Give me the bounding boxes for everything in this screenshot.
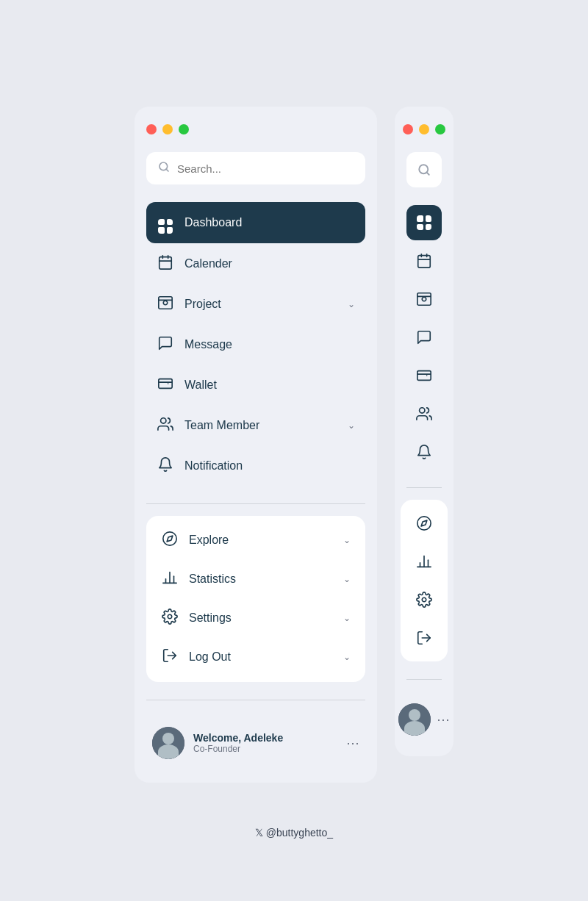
narrow-message[interactable]: [406, 320, 442, 355]
svg-point-10: [161, 418, 166, 423]
narrow-traffic-lights: [403, 121, 445, 137]
narrow-user-menu[interactable]: ⋯: [437, 711, 450, 728]
svg-rect-28: [417, 371, 431, 381]
narrow-logout[interactable]: [406, 620, 442, 656]
dashboard-icon: [157, 212, 174, 234]
search-icon: [158, 161, 170, 176]
svg-point-36: [422, 598, 426, 603]
narrow-traffic-red[interactable]: [403, 124, 413, 134]
narrow-footer-divider: [406, 679, 442, 680]
narrow-dashboard[interactable]: [406, 205, 442, 240]
explore-icon: [161, 531, 179, 550]
svg-rect-25: [417, 293, 431, 306]
search-container[interactable]: [146, 152, 365, 184]
user-menu-button[interactable]: ⋯: [346, 735, 359, 751]
narrow-team[interactable]: [406, 396, 442, 431]
team-icon: [157, 416, 174, 436]
sidebar-item-explore[interactable]: Explore ⌄: [152, 522, 359, 559]
svg-point-17: [168, 614, 172, 619]
sidebar-item-team-member[interactable]: Team Member ⌄: [146, 406, 365, 445]
calendar-icon: [157, 254, 174, 274]
explore-label: Explore: [189, 534, 333, 547]
sidebar-item-wallet[interactable]: Wallet: [146, 366, 365, 405]
svg-rect-6: [159, 297, 172, 309]
message-label: Message: [184, 338, 355, 351]
traffic-light-green[interactable]: [179, 124, 189, 134]
svg-rect-21: [418, 256, 431, 268]
project-label: Project: [184, 298, 337, 311]
secondary-nav: Explore ⌄ Statistics ⌄: [146, 516, 365, 682]
sidebar-item-dashboard[interactable]: Dashboard: [146, 202, 365, 243]
sidebar-item-statistics[interactable]: Statistics ⌄: [152, 561, 359, 598]
statistics-chevron: ⌄: [343, 574, 351, 584]
svg-point-29: [420, 408, 425, 413]
sidebar-item-notification[interactable]: Notification: [146, 447, 365, 486]
narrow-traffic-green[interactable]: [435, 124, 445, 134]
sidebar-item-settings[interactable]: Settings ⌄: [152, 600, 359, 637]
footer-credit: 𝕏 @buttyghetto_: [255, 827, 333, 839]
svg-marker-12: [167, 536, 173, 542]
narrow-secondary-nav: [401, 500, 448, 661]
sidebar-item-logout[interactable]: Log Out ⌄: [152, 639, 359, 676]
logout-label: Log Out: [189, 650, 333, 664]
traffic-lights: [146, 121, 365, 137]
wallet-icon: [157, 376, 174, 395]
user-role: Co-Founder: [193, 744, 337, 754]
narrow-settings[interactable]: [406, 582, 442, 617]
statistics-icon: [161, 570, 179, 589]
narrow-project[interactable]: [406, 281, 442, 317]
narrow-main-nav: [406, 205, 442, 470]
project-chevron: ⌄: [348, 299, 355, 309]
narrow-search-button[interactable]: [406, 152, 442, 187]
dashboard-label: Dashboard: [184, 216, 355, 229]
narrow-statistics[interactable]: [406, 544, 442, 579]
sidebar-item-message[interactable]: Message: [146, 326, 365, 365]
narrow-avatar: [398, 703, 431, 736]
narrow-wallet[interactable]: [406, 358, 442, 393]
project-icon: [157, 295, 174, 315]
wide-sidebar: Dashboard Calender Project: [135, 107, 377, 783]
team-member-label: Team Member: [184, 419, 337, 432]
settings-icon: [161, 609, 179, 628]
narrow-notification[interactable]: [406, 434, 442, 470]
team-chevron: ⌄: [348, 420, 355, 431]
calendar-label: Calender: [184, 257, 355, 270]
footer-divider: [146, 700, 365, 700]
settings-label: Settings: [189, 611, 333, 625]
narrow-explore[interactable]: [406, 506, 442, 541]
user-footer: Welcome, Adeleke Co-Founder ⋯: [146, 718, 365, 768]
sidebar-item-calendar[interactable]: Calender: [146, 245, 365, 284]
svg-rect-9: [159, 378, 172, 388]
avatar: [152, 727, 184, 759]
wallet-label: Wallet: [184, 378, 355, 392]
settings-chevron: ⌄: [343, 613, 351, 623]
svg-rect-2: [159, 256, 172, 269]
notification-label: Notification: [184, 459, 355, 473]
svg-point-26: [422, 298, 426, 302]
main-nav: Dashboard Calender Project: [146, 202, 365, 486]
narrow-divider: [406, 487, 442, 488]
search-input[interactable]: [177, 162, 354, 175]
svg-line-1: [166, 169, 168, 171]
nav-divider: [146, 503, 365, 504]
narrow-sidebar: ⋯: [395, 107, 453, 756]
svg-point-7: [163, 301, 168, 305]
message-icon: [157, 335, 174, 355]
narrow-calendar[interactable]: [406, 243, 442, 279]
user-info: Welcome, Adeleke Co-Founder: [193, 732, 337, 754]
statistics-label: Statistics: [189, 572, 333, 586]
user-name: Welcome, Adeleke: [193, 732, 337, 744]
logout-icon: [161, 647, 179, 667]
sidebar-item-project[interactable]: Project ⌄: [146, 285, 365, 324]
svg-line-20: [426, 173, 429, 175]
narrow-traffic-yellow[interactable]: [419, 124, 429, 134]
svg-point-30: [417, 517, 431, 530]
svg-marker-31: [421, 520, 427, 526]
logout-chevron: ⌄: [343, 652, 351, 662]
notification-icon: [157, 456, 174, 476]
explore-chevron: ⌄: [343, 535, 351, 545]
narrow-user-footer: ⋯: [398, 697, 450, 742]
svg-point-11: [163, 532, 176, 545]
traffic-light-red[interactable]: [146, 124, 157, 134]
traffic-light-yellow[interactable]: [162, 124, 173, 134]
